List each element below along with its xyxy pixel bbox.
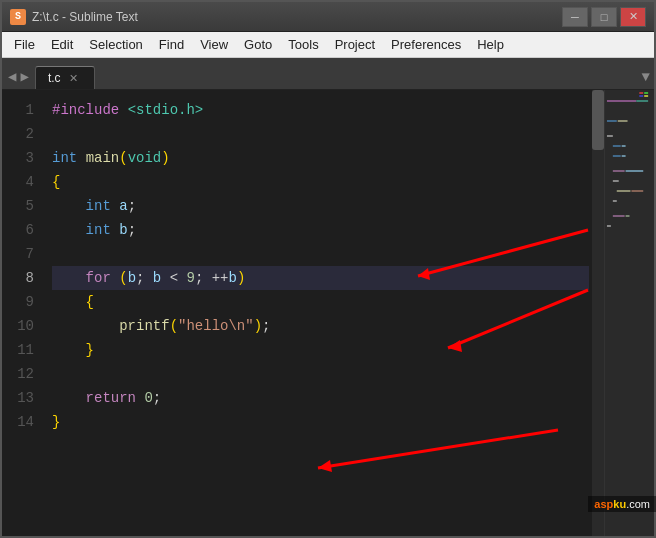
menu-preferences[interactable]: Preferences: [383, 34, 469, 55]
menu-bar: File Edit Selection Find View Goto Tools…: [2, 32, 654, 58]
code-text[interactable]: #include <stdio.h> int main(void) { int …: [42, 90, 654, 538]
title-bar: S Z:\t.c - Sublime Text ─ □ ✕: [2, 2, 654, 32]
close-button[interactable]: ✕: [620, 7, 646, 27]
svg-rect-8: [622, 155, 626, 157]
code-line-2: [52, 122, 589, 146]
tab-label: t.c: [48, 71, 61, 85]
tab-tc[interactable]: t.c ✕: [35, 66, 95, 89]
line-num-2: 2: [2, 122, 34, 146]
svg-rect-17: [607, 225, 611, 227]
menu-tools[interactable]: Tools: [280, 34, 326, 55]
svg-rect-0: [607, 100, 636, 102]
menu-view[interactable]: View: [192, 34, 236, 55]
code-line-13: return 0;: [52, 386, 589, 410]
line-num-6: 6: [2, 218, 34, 242]
code-line-9: {: [52, 290, 589, 314]
svg-rect-21: [644, 95, 648, 97]
svg-rect-9: [613, 170, 625, 172]
menu-find[interactable]: Find: [151, 34, 192, 55]
code-line-14: }: [52, 410, 589, 434]
next-arrow[interactable]: ▶: [18, 68, 30, 85]
line-num-14: 14: [2, 410, 34, 434]
watermark: aspku.com: [588, 496, 656, 512]
svg-rect-2: [607, 120, 617, 122]
maximize-button[interactable]: □: [591, 7, 617, 27]
code-line-11: }: [52, 338, 589, 362]
svg-rect-6: [622, 145, 626, 147]
line-num-3: 3: [2, 146, 34, 170]
line-num-13: 13: [2, 386, 34, 410]
svg-rect-10: [626, 170, 644, 172]
line-numbers: 1 2 3 4 5 6 7 8 9 10 11 12 13 14: [2, 90, 42, 538]
line-num-4: 4: [2, 170, 34, 194]
svg-rect-5: [613, 145, 621, 147]
code-line-6: int b;: [52, 218, 589, 242]
menu-project[interactable]: Project: [327, 34, 383, 55]
minimize-button[interactable]: ─: [562, 7, 588, 27]
line-num-5: 5: [2, 194, 34, 218]
app-icon: S: [10, 9, 26, 25]
code-line-10: printf("hello\n");: [52, 314, 589, 338]
svg-rect-15: [613, 215, 625, 217]
svg-rect-11: [613, 180, 619, 182]
menu-file[interactable]: File: [6, 34, 43, 55]
window-title: Z:\t.c - Sublime Text: [32, 10, 559, 24]
svg-rect-14: [613, 200, 617, 202]
tab-dropdown-icon[interactable]: ▼: [642, 69, 650, 89]
code-editor[interactable]: 1 2 3 4 5 6 7 8 9 10 11 12 13 14 #includ…: [2, 90, 654, 538]
line-num-10: 10: [2, 314, 34, 338]
svg-rect-13: [631, 190, 643, 192]
svg-rect-4: [607, 135, 613, 137]
line-num-7: 7: [2, 242, 34, 266]
menu-goto[interactable]: Goto: [236, 34, 280, 55]
minimap: [604, 90, 654, 538]
scrollbar-thumb[interactable]: [592, 90, 604, 150]
line-num-11: 11: [2, 338, 34, 362]
code-line-7: [52, 242, 589, 266]
svg-rect-1: [636, 100, 648, 102]
code-line-12: [52, 362, 589, 386]
code-line-1: #include <stdio.h>: [52, 98, 589, 122]
code-line-4: {: [52, 170, 589, 194]
code-line-3: int main(void): [52, 146, 589, 170]
tab-close-icon[interactable]: ✕: [69, 72, 78, 85]
svg-rect-16: [626, 215, 630, 217]
line-num-12: 12: [2, 362, 34, 386]
code-line-5: int a;: [52, 194, 589, 218]
svg-rect-3: [618, 120, 628, 122]
svg-rect-7: [613, 155, 621, 157]
nav-arrows[interactable]: ◀ ▶: [6, 68, 31, 89]
svg-rect-12: [617, 190, 631, 192]
tab-bar: ◀ ▶ t.c ✕ ▼: [2, 58, 654, 90]
menu-edit[interactable]: Edit: [43, 34, 81, 55]
code-line-8: for (b; b < 9; ++b): [52, 266, 589, 290]
line-num-1: 1: [2, 98, 34, 122]
menu-selection[interactable]: Selection: [81, 34, 150, 55]
svg-rect-18: [639, 92, 643, 94]
prev-arrow[interactable]: ◀: [6, 68, 18, 85]
svg-rect-19: [644, 92, 648, 94]
vertical-scrollbar[interactable]: [592, 90, 604, 538]
line-num-8: 8: [2, 266, 34, 290]
line-num-9: 9: [2, 290, 34, 314]
svg-rect-20: [639, 95, 643, 97]
menu-help[interactable]: Help: [469, 34, 512, 55]
